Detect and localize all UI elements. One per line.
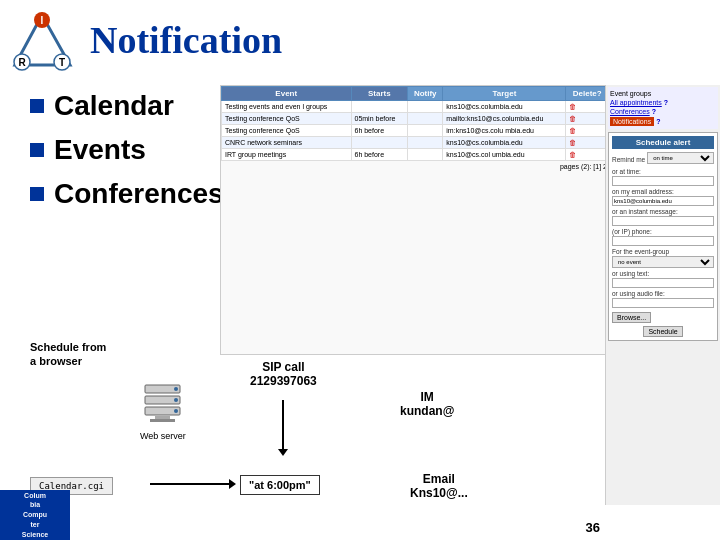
svg-rect-14 <box>150 419 175 422</box>
sip-arrow <box>282 400 284 450</box>
schedule-button[interactable]: Schedule <box>643 326 682 337</box>
for-event-group-label: For the event-group <box>612 248 714 255</box>
cell-target: im:kns10@cs.colu mbia.edu <box>443 125 566 137</box>
col-target: Target <box>443 87 566 101</box>
browser-label: Schedule froma browser <box>30 340 106 369</box>
cell-target: kns10@cs.columbia.edu <box>443 137 566 149</box>
for-ip-phone-label: (or IP) phone: <box>612 228 714 235</box>
at-time-box: "at 6:00pm" <box>240 475 320 495</box>
cell-event: IRT group meetings <box>222 149 352 161</box>
web-server-label: Web server <box>140 431 186 441</box>
event-groups-section: Event groups All appointments ? Conferen… <box>608 87 718 129</box>
bullet-calendar: Calendar <box>30 90 224 122</box>
svg-text:T: T <box>59 57 65 68</box>
col-delete: Delete? <box>566 87 609 101</box>
table-row: IRT group meetings 6h before kns10@cs.co… <box>222 149 609 161</box>
bullet-list: Calendar Events Conferences <box>30 90 224 222</box>
on-my-email-label: on my email address: <box>612 188 714 195</box>
svg-text:R: R <box>18 57 26 68</box>
right-panel: Event groups All appointments ? Conferen… <box>605 85 720 505</box>
cell-target: kns10@cs.col umbia.edu <box>443 149 566 161</box>
browse-button[interactable]: Browse... <box>612 312 651 323</box>
cell-notify <box>408 125 443 137</box>
svg-point-12 <box>174 409 178 413</box>
cell-starts <box>351 101 408 113</box>
sip-call-box: SIP call2129397063 <box>250 360 317 388</box>
cell-notify <box>408 101 443 113</box>
svg-text:I: I <box>41 15 44 26</box>
table-row: Testing conference QoS 6h before im:kns1… <box>222 125 609 137</box>
web-server-icon: Web server <box>140 380 186 441</box>
or-using-text-label: or using text: <box>612 270 714 277</box>
table-row: Testing events and even l groups kns10@c… <box>222 101 609 113</box>
conferences-link[interactable]: Conferences ? <box>610 107 716 116</box>
audio-input[interactable] <box>612 298 714 308</box>
bullet-square-conferences <box>30 187 44 201</box>
cell-delete[interactable]: 🗑 <box>566 137 609 149</box>
cell-notify <box>408 113 443 125</box>
remind-me-row: Remind me on time 5min before 1h before <box>612 152 714 166</box>
event-group-select[interactable]: no event <box>612 256 714 268</box>
svg-point-11 <box>174 398 178 402</box>
bullet-events: Events <box>30 134 224 166</box>
main-title: Notification <box>90 18 282 62</box>
page-number: 36 <box>586 520 600 535</box>
logo-triangle-svg: I R T <box>10 10 75 75</box>
pages-text: pages (2): [1] 2 <box>221 161 609 172</box>
diagram-area: Schedule froma browser Web server SIP ca… <box>30 340 610 500</box>
notifications-link[interactable]: Notifications ? <box>610 116 716 127</box>
event-groups-label: Event groups <box>610 89 716 98</box>
at-time-input[interactable] <box>612 176 714 186</box>
columbia-text: ColumbiaComputerScience <box>22 491 48 540</box>
cell-delete[interactable]: 🗑 <box>566 149 609 161</box>
cell-event: CNRC network seminars <box>222 137 352 149</box>
or-instant-label: or an instant message: <box>612 208 714 215</box>
text-input[interactable] <box>612 278 714 288</box>
svg-point-10 <box>174 387 178 391</box>
table-row: Testing conference QoS 05min before mail… <box>222 113 609 125</box>
cell-delete[interactable]: 🗑 <box>566 101 609 113</box>
cell-starts <box>351 137 408 149</box>
columbia-logo: ColumbiaComputerScience <box>0 490 70 540</box>
email-input[interactable] <box>612 196 714 206</box>
col-event: Event <box>222 87 352 101</box>
cell-event: Testing events and even l groups <box>222 101 352 113</box>
cell-notify <box>408 149 443 161</box>
cell-target: mailto:kns10@cs.columbia.edu <box>443 113 566 125</box>
cell-event: Testing conference QoS <box>222 113 352 125</box>
events-table: Event Starts Notify Target Delete? Testi… <box>221 86 609 161</box>
instant-input[interactable] <box>612 216 714 226</box>
cell-notify <box>408 137 443 149</box>
im-box: IMkundan@ <box>400 390 454 418</box>
col-starts: Starts <box>351 87 408 101</box>
all-appointments-link[interactable]: All appointments ? <box>610 98 716 107</box>
cell-target: kns10@cs.columbia.edu <box>443 101 566 113</box>
phone-input[interactable] <box>612 236 714 246</box>
cell-starts: 6h before <box>351 125 408 137</box>
table-row: CNRC network seminars kns10@cs.columbia.… <box>222 137 609 149</box>
email-box: EmailKns10@... <box>410 472 468 500</box>
cell-delete[interactable]: 🗑 <box>566 125 609 137</box>
cell-starts: 6h before <box>351 149 408 161</box>
schedule-alert-box: Schedule alert Remind me on time 5min be… <box>608 132 718 341</box>
server-svg <box>140 380 185 425</box>
col-notify: Notify <box>408 87 443 101</box>
bullet-square-events <box>30 143 44 157</box>
or-using-audio-label: or using audio file: <box>612 290 714 297</box>
table-panel: Event Starts Notify Target Delete? Testi… <box>220 85 610 355</box>
remind-me-select[interactable]: on time 5min before 1h before <box>647 152 714 164</box>
cell-delete[interactable]: 🗑 <box>566 113 609 125</box>
svg-rect-13 <box>155 416 170 419</box>
cell-starts: 05min before <box>351 113 408 125</box>
or-at-time-label: or at time: <box>612 168 714 175</box>
cell-event: Testing conference QoS <box>222 125 352 137</box>
schedule-alert-title: Schedule alert <box>612 136 714 149</box>
remind-me-label: Remind me <box>612 156 645 163</box>
calendar-arrow <box>150 483 230 485</box>
bullet-square-calendar <box>30 99 44 113</box>
logo-area: I R T <box>10 10 80 80</box>
bullet-conferences: Conferences <box>30 178 224 210</box>
